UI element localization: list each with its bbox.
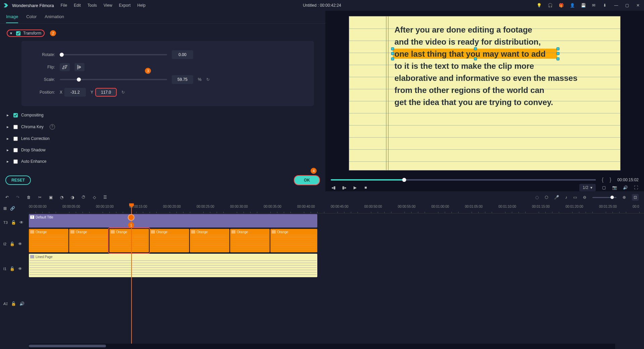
scale-slider[interactable]	[60, 79, 167, 80]
menu-export[interactable]: Export	[119, 3, 131, 8]
position-y-input[interactable]	[95, 88, 117, 97]
chroma-key-section-header[interactable]: ▸ Chroma Key ?	[5, 121, 321, 133]
selection-handle[interactable]	[474, 57, 477, 60]
lightbulb-icon[interactable]: 💡	[537, 3, 542, 8]
volume-icon[interactable]: 🔊	[623, 185, 628, 190]
selection-handle[interactable]	[556, 57, 559, 60]
zoom-fit-icon[interactable]: ⊡	[632, 194, 639, 201]
selection-handle[interactable]	[391, 52, 394, 55]
preview-zoom-dropdown[interactable]: 1/2 ▾	[579, 184, 596, 191]
eye-icon[interactable]: 👁	[18, 266, 22, 271]
transform-section-header[interactable]: ▾ Transform 2	[5, 27, 321, 40]
compositing-checkbox[interactable]	[13, 113, 18, 117]
eye-icon[interactable]: 👁	[18, 242, 22, 246]
video-icon[interactable]: ▭	[573, 195, 577, 200]
mail-icon[interactable]: ✉	[592, 3, 597, 8]
flip-vertical-button[interactable]	[74, 63, 85, 71]
image-clip[interactable]: Orange	[230, 229, 270, 252]
reset-button[interactable]: RESET	[5, 176, 31, 185]
preview-canvas[interactable]: After you are done editing a footageand …	[349, 16, 621, 170]
scale-reset-icon[interactable]: ↻	[206, 77, 210, 82]
lens-correction-section-header[interactable]: ▸ Lens Correction	[5, 133, 321, 144]
image-clip[interactable]: Orange	[29, 229, 68, 252]
stop-button[interactable]: ■	[363, 185, 368, 190]
scale-input[interactable]	[172, 75, 193, 84]
track-header-a1[interactable]: A1 🔓 🔊	[0, 295, 29, 313]
tab-image[interactable]: Image	[6, 14, 18, 23]
selection-handle[interactable]	[391, 47, 394, 50]
audio-mixer-icon[interactable]: ♪	[565, 195, 567, 200]
delete-icon[interactable]: 🗑	[27, 195, 31, 200]
mark-out-icon[interactable]: }	[609, 177, 611, 183]
selection-handle[interactable]	[474, 47, 477, 50]
image-clip[interactable]: Orange	[190, 229, 229, 252]
window-minimize-button[interactable]: —	[614, 3, 619, 8]
zoom-out-icon[interactable]: ⊖	[583, 195, 586, 200]
crop-icon[interactable]: ▣	[49, 195, 53, 200]
clock-icon[interactable]: ⏱	[82, 195, 86, 200]
next-frame-button[interactable]: ▮▸	[341, 185, 347, 190]
track-t3[interactable]: TDefault Title	[29, 213, 644, 228]
menu-file[interactable]: File	[61, 3, 67, 8]
image-clip[interactable]: Orange	[109, 229, 149, 252]
image-clip[interactable]: Orange	[270, 229, 317, 252]
mark-in-icon[interactable]: {	[602, 177, 603, 183]
transform-checkbox[interactable]	[16, 31, 20, 36]
track-header-i1[interactable]: I1 🔓 👁	[0, 256, 29, 281]
lock-icon[interactable]: 🔓	[10, 266, 15, 271]
track-a1[interactable]	[29, 291, 644, 305]
timeline-tracks-area[interactable]: 00:00:00:0000:00:05:0000:00:10:0000:00:1…	[29, 203, 644, 344]
drop-shadow-section-header[interactable]: ▸ Drop Shadow	[5, 144, 321, 156]
position-x-input[interactable]	[64, 88, 86, 97]
menu-tools[interactable]: Tools	[88, 3, 97, 8]
download-icon[interactable]: ⬇	[603, 3, 608, 8]
split-icon[interactable]: ✂	[38, 195, 42, 200]
redo-icon[interactable]: ↷	[16, 195, 19, 200]
save-icon[interactable]: 💾	[581, 3, 586, 8]
rotate-slider[interactable]	[60, 54, 167, 55]
selection-handle[interactable]	[391, 57, 394, 60]
marker-icon[interactable]: ⬡	[545, 195, 548, 200]
tab-animation[interactable]: Animation	[45, 14, 64, 23]
tab-color[interactable]: Color	[26, 14, 37, 23]
image-clip[interactable]: Orange	[69, 229, 109, 252]
display-mode-icon[interactable]: ▢	[601, 185, 606, 190]
track-add-icon[interactable]: ⊞	[3, 206, 7, 211]
chroma-key-checkbox[interactable]	[13, 125, 18, 129]
track-header-t3[interactable]: T3 🔓 👁	[0, 213, 29, 232]
user-icon[interactable]: 👤	[570, 3, 575, 8]
headphones-icon[interactable]: 🎧	[548, 3, 553, 8]
position-reset-icon[interactable]: ↻	[121, 90, 125, 95]
snapshot-icon[interactable]: 📷	[612, 185, 617, 190]
speed-icon[interactable]: ◔	[60, 195, 63, 200]
preview-scrubber[interactable]	[331, 179, 596, 181]
lock-icon[interactable]: 🔓	[11, 301, 16, 306]
auto-enhance-checkbox[interactable]	[13, 159, 18, 164]
playhead-handle-icon[interactable]	[128, 214, 135, 221]
track-header-i2[interactable]: I2 🔓 👁	[0, 232, 29, 256]
settings-icon[interactable]: ☰	[103, 195, 107, 200]
fullscreen-icon[interactable]: ⛶	[633, 185, 639, 190]
auto-enhance-section-header[interactable]: ▸ Auto Enhance	[5, 156, 321, 167]
flip-horizontal-button[interactable]	[60, 63, 70, 71]
menu-view[interactable]: View	[104, 3, 112, 8]
color-icon[interactable]: ◑	[71, 195, 74, 200]
menu-edit[interactable]: Edit	[74, 3, 81, 8]
timeline-zoom-slider[interactable]	[592, 197, 616, 198]
help-icon[interactable]: ?	[50, 124, 55, 130]
voiceover-icon[interactable]: 🎤	[554, 195, 559, 200]
image-clip[interactable]: Lined Page	[29, 254, 317, 277]
render-icon[interactable]: ◌	[535, 195, 539, 200]
window-close-button[interactable]: ✕	[636, 3, 641, 8]
window-maximize-button[interactable]: ▢	[625, 3, 630, 8]
drop-shadow-checkbox[interactable]	[13, 148, 18, 152]
timeline-ruler[interactable]: 00:00:00:0000:00:05:0000:00:10:0000:00:1…	[29, 203, 644, 213]
track-i1[interactable]: Lined Page	[29, 253, 644, 278]
zoom-in-icon[interactable]: ⊕	[623, 195, 626, 200]
link-icon[interactable]: 🔗	[10, 206, 15, 211]
undo-icon[interactable]: ↶	[5, 195, 9, 200]
compositing-section-header[interactable]: ▸ Compositing	[5, 109, 321, 121]
lock-icon[interactable]: 🔓	[10, 242, 15, 246]
rotate-input[interactable]	[172, 50, 193, 59]
eye-icon[interactable]: 👁	[19, 220, 23, 225]
